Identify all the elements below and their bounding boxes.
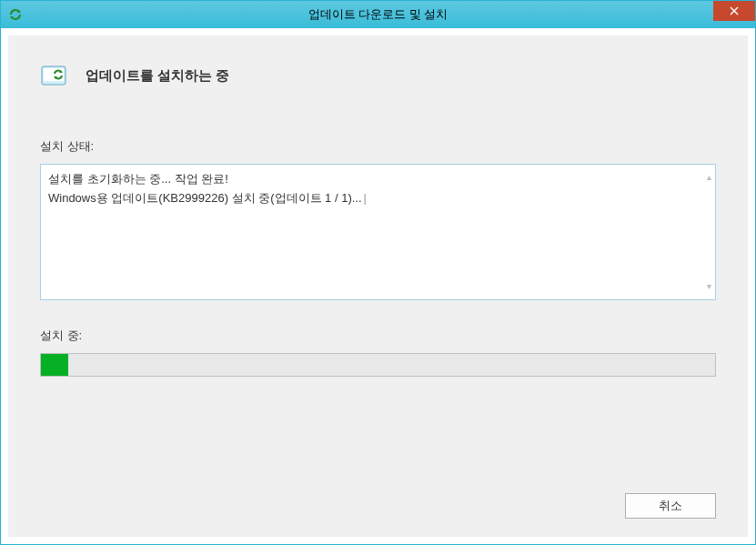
titlebar: 업데이트 다운로드 및 설치 xyxy=(1,1,755,28)
progress-bar xyxy=(40,353,716,377)
scroll-up-icon[interactable]: ▴ xyxy=(707,170,711,185)
status-label: 설치 상태: xyxy=(40,138,716,155)
header-row: 업데이트를 설치하는 중 xyxy=(40,63,716,88)
update-dialog-window: 업데이트 다운로드 및 설치 업데이트를 설치하는 중 설치 상 xyxy=(0,0,756,545)
titlebar-update-icon xyxy=(8,7,23,22)
svg-rect-5 xyxy=(44,68,64,81)
dialog-content: 업데이트를 설치하는 중 설치 상태: 설치를 초기화하는 중... 작업 완료… xyxy=(8,35,748,537)
status-line-1: 설치를 초기화하는 중... 작업 완료! xyxy=(48,170,708,189)
window-title: 업데이트 다운로드 및 설치 xyxy=(308,6,449,23)
status-textbox: 설치를 초기화하는 중... 작업 완료! Windows용 업데이트(KB29… xyxy=(40,164,716,300)
close-icon xyxy=(730,6,739,15)
status-line-2: Windows용 업데이트(KB2999226) 설치 중(업데이트 1 / 1… xyxy=(48,189,708,208)
progress-fill xyxy=(41,354,68,376)
close-button[interactable] xyxy=(713,1,755,21)
scroll-down-icon[interactable]: ▾ xyxy=(707,279,711,294)
progress-label: 설치 중: xyxy=(40,328,716,344)
update-installing-icon xyxy=(40,63,73,88)
cancel-button[interactable]: 취소 xyxy=(625,493,716,519)
button-row: 취소 xyxy=(40,475,716,519)
header-text: 업데이트를 설치하는 중 xyxy=(86,67,229,85)
